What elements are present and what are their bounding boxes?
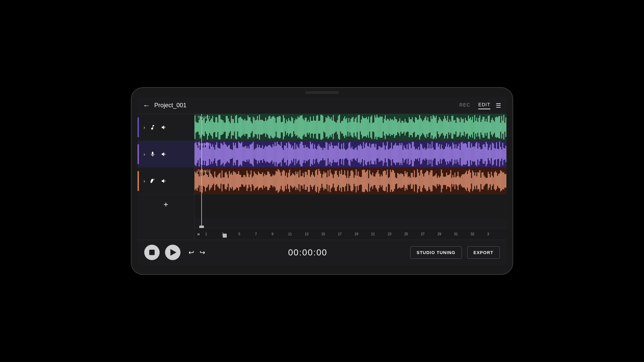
svg-rect-559 bbox=[462, 142, 463, 166]
ruler-tick-2: 5 bbox=[238, 232, 255, 236]
track-expand-02[interactable]: › bbox=[144, 152, 145, 157]
svg-rect-351 bbox=[246, 146, 247, 162]
track-expand-03[interactable]: › bbox=[144, 178, 145, 184]
svg-rect-623 bbox=[216, 178, 217, 184]
svg-rect-16 bbox=[209, 122, 210, 133]
waveform-track-02[interactable]: Track02 bbox=[195, 141, 506, 168]
playhead[interactable] bbox=[201, 114, 202, 228]
svg-rect-482 bbox=[382, 147, 383, 161]
svg-rect-852 bbox=[454, 173, 455, 189]
add-track-button[interactable]: + bbox=[163, 200, 168, 209]
svg-rect-670 bbox=[265, 175, 266, 186]
track-volume-01[interactable] bbox=[160, 123, 168, 131]
svg-rect-99 bbox=[296, 118, 297, 136]
ruler-tick-15: 31 bbox=[454, 232, 471, 236]
svg-rect-430 bbox=[328, 150, 329, 159]
svg-rect-174 bbox=[373, 122, 374, 132]
svg-rect-328 bbox=[222, 144, 223, 164]
play-icon bbox=[170, 249, 176, 256]
playhead-handle[interactable] bbox=[199, 226, 204, 228]
svg-rect-378 bbox=[274, 146, 275, 162]
ruler-tick-5: 11 bbox=[288, 232, 305, 236]
track-expand-01[interactable]: › bbox=[144, 125, 145, 130]
svg-rect-616 bbox=[209, 171, 210, 190]
play-button[interactable] bbox=[165, 245, 180, 260]
svg-rect-399 bbox=[296, 149, 297, 159]
svg-rect-368 bbox=[263, 149, 264, 159]
waveform-track-01[interactable]: Track01 bbox=[195, 114, 506, 141]
svg-rect-440 bbox=[338, 142, 339, 166]
project-title: Project_001 bbox=[154, 102, 460, 109]
svg-rect-237 bbox=[439, 117, 440, 137]
svg-rect-140 bbox=[338, 116, 339, 138]
track-volume-03[interactable] bbox=[160, 177, 168, 185]
add-track-row[interactable]: + bbox=[138, 194, 194, 215]
svg-rect-283 bbox=[487, 122, 488, 132]
menu-icon[interactable]: ☰ bbox=[496, 102, 501, 109]
redo-button[interactable]: ↪ bbox=[200, 248, 205, 256]
svg-rect-512 bbox=[413, 142, 414, 166]
svg-rect-895 bbox=[499, 173, 500, 188]
svg-rect-493 bbox=[393, 145, 394, 162]
svg-rect-344 bbox=[238, 141, 239, 167]
studio-tuning-button[interactable]: STUDIO TUNING bbox=[410, 246, 462, 259]
waveform-track-03[interactable]: Track03 bbox=[195, 168, 506, 194]
svg-rect-686 bbox=[282, 172, 283, 190]
svg-rect-175 bbox=[374, 115, 375, 139]
ruler-skip-button[interactable]: » bbox=[197, 231, 200, 237]
svg-rect-804 bbox=[405, 171, 406, 191]
svg-rect-800 bbox=[400, 173, 401, 189]
svg-rect-229 bbox=[431, 116, 432, 138]
svg-rect-243 bbox=[445, 118, 446, 136]
svg-rect-620 bbox=[213, 178, 214, 184]
svg-rect-364 bbox=[259, 145, 260, 163]
tab-rec[interactable]: REC bbox=[460, 102, 471, 109]
svg-rect-75 bbox=[270, 119, 271, 136]
svg-rect-667 bbox=[262, 172, 263, 189]
svg-rect-459 bbox=[358, 145, 359, 163]
svg-rect-265 bbox=[468, 116, 469, 139]
svg-rect-207 bbox=[408, 123, 409, 132]
svg-rect-287 bbox=[491, 120, 492, 134]
svg-rect-330 bbox=[224, 142, 225, 166]
svg-rect-277 bbox=[481, 122, 482, 132]
svg-rect-313 bbox=[206, 142, 207, 166]
svg-rect-706 bbox=[303, 173, 304, 189]
svg-rect-856 bbox=[459, 176, 460, 185]
svg-rect-478 bbox=[378, 149, 379, 159]
export-button[interactable]: EXPORT bbox=[467, 246, 500, 259]
svg-rect-270 bbox=[473, 122, 474, 132]
svg-rect-254 bbox=[457, 117, 458, 137]
svg-rect-222 bbox=[423, 120, 424, 135]
svg-rect-122 bbox=[319, 121, 320, 134]
undo-button[interactable]: ↩ bbox=[189, 248, 194, 256]
svg-rect-803 bbox=[404, 177, 405, 185]
svg-rect-458 bbox=[357, 150, 358, 158]
tab-edit[interactable]: EDIT bbox=[478, 102, 490, 109]
svg-rect-93 bbox=[289, 120, 290, 134]
svg-rect-55 bbox=[250, 117, 251, 137]
back-button[interactable]: ← bbox=[143, 101, 150, 110]
svg-rect-461 bbox=[360, 144, 361, 164]
svg-rect-81 bbox=[277, 117, 278, 137]
svg-rect-602 bbox=[195, 172, 196, 190]
svg-rect-394 bbox=[290, 144, 291, 163]
svg-rect-618 bbox=[211, 174, 212, 187]
svg-rect-681 bbox=[277, 172, 278, 190]
svg-rect-145 bbox=[343, 118, 344, 136]
svg-rect-645 bbox=[239, 175, 240, 187]
track-volume-02[interactable] bbox=[160, 150, 168, 158]
svg-rect-169 bbox=[368, 117, 369, 138]
ruler-tick-10: 21 bbox=[371, 232, 387, 236]
svg-rect-384 bbox=[280, 146, 281, 162]
svg-rect-845 bbox=[447, 175, 448, 187]
svg-rect-818 bbox=[419, 176, 420, 186]
svg-rect-119 bbox=[316, 116, 317, 139]
svg-rect-693 bbox=[289, 170, 290, 192]
svg-rect-727 bbox=[325, 173, 326, 188]
svg-rect-57 bbox=[252, 123, 253, 131]
stop-button[interactable] bbox=[144, 245, 160, 260]
svg-rect-551 bbox=[453, 144, 454, 164]
svg-rect-68 bbox=[263, 121, 264, 134]
svg-rect-45 bbox=[239, 117, 240, 137]
